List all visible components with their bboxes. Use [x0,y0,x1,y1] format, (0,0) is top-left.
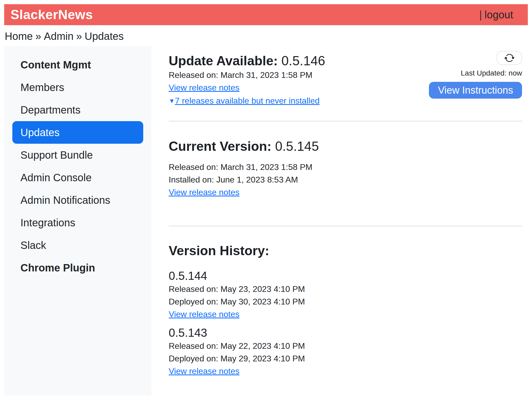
update-available-section: Update Available: 0.5.146 Released on: M… [169,46,325,108]
sidebar-item-slack[interactable]: Slack [12,234,143,256]
brand-logo[interactable]: SlackerNews [10,7,93,22]
update-released-on: Released on: March 31, 2023 1:58 PM [169,69,325,81]
history-deployed-on: Deployed on: May 29, 2023 4:10 PM [169,352,522,365]
sidebar-item-integrations[interactable]: Integrations [12,211,143,234]
current-version-title: Current Version: 0.5.145 [169,138,522,154]
history-version-number: 0.5.143 [169,326,522,340]
version-history-entry: 0.5.143 Released on: May 22, 2023 4:10 P… [169,326,522,377]
current-released-on: Released on: March 31, 2023 1:58 PM [169,161,522,173]
updates-main: Update Available: 0.5.146 Released on: M… [151,46,528,383]
sidebar-item-admin-notifications[interactable]: Admin Notifications [12,189,143,211]
history-release-notes-link[interactable]: View release notes [169,365,240,377]
current-version-value: 0.5.145 [275,139,319,154]
never-installed-releases-link[interactable]: ▼7 releases available but never installe… [169,94,320,108]
sidebar-item-members[interactable]: Members [12,76,143,99]
breadcrumb: Home»Admin»Updates [4,25,528,45]
sidebar-item-content-mgmt[interactable]: Content Mgmt [12,53,143,76]
update-available-label: Update Available: [169,53,278,68]
current-installed-on: Installed on: June 1, 2023 8:53 AM [169,173,522,186]
breadcrumb-updates: Updates [85,30,124,42]
sidebar-item-departments[interactable]: Departments [12,99,143,121]
version-history-title: Version History: [169,243,522,259]
admin-sidebar: Content Mgmt Members Departments Updates… [4,46,151,395]
update-controls: Last Updated: now View Instructions [429,46,522,99]
divider [169,226,522,226]
version-history-section: Version History: 0.5.144 Released on: Ma… [169,243,522,377]
current-release-notes-link[interactable]: View release notes [169,186,240,199]
history-released-on: Released on: May 23, 2023 4:10 PM [169,283,522,295]
current-version-label: Current Version: [169,139,272,154]
breadcrumb-home[interactable]: Home [5,30,33,42]
history-deployed-on: Deployed on: May 30, 2023 4:10 PM [169,295,522,308]
current-version-section: Current Version: 0.5.145 Released on: Ma… [169,138,522,199]
version-history-entry: 0.5.144 Released on: May 23, 2023 4:10 P… [169,269,522,320]
view-instructions-button[interactable]: View Instructions [429,82,522,99]
update-release-notes-link[interactable]: View release notes [169,81,240,94]
never-installed-releases-label: 7 releases available but never installed [175,96,320,105]
refresh-icon [504,53,515,63]
history-version-number: 0.5.144 [169,269,522,283]
logout-separator: | [479,9,482,21]
update-available-version: 0.5.146 [281,53,325,68]
sidebar-item-updates[interactable]: Updates [12,121,143,144]
breadcrumb-admin[interactable]: Admin [44,30,73,42]
last-updated-status: Last Updated: now [461,69,522,78]
update-available-title: Update Available: 0.5.146 [169,53,325,69]
top-banner: SlackerNews | logout [4,4,528,25]
refresh-button[interactable] [497,51,522,65]
sidebar-item-support-bundle[interactable]: Support Bundle [12,144,143,166]
sidebar-item-chrome-plugin[interactable]: Chrome Plugin [12,256,143,279]
caret-down-icon: ▼ [169,95,175,107]
sidebar-item-admin-console[interactable]: Admin Console [12,166,143,189]
logout-link[interactable]: logout [485,9,513,21]
history-released-on: Released on: May 22, 2023 4:10 PM [169,340,522,352]
breadcrumb-separator: » [33,30,44,42]
history-release-notes-link[interactable]: View release notes [169,308,240,320]
breadcrumb-separator: » [73,30,84,42]
logout-area: | logout [479,9,513,21]
page: SlackerNews | logout Home»Admin»Updates … [0,0,532,395]
divider [169,121,522,121]
